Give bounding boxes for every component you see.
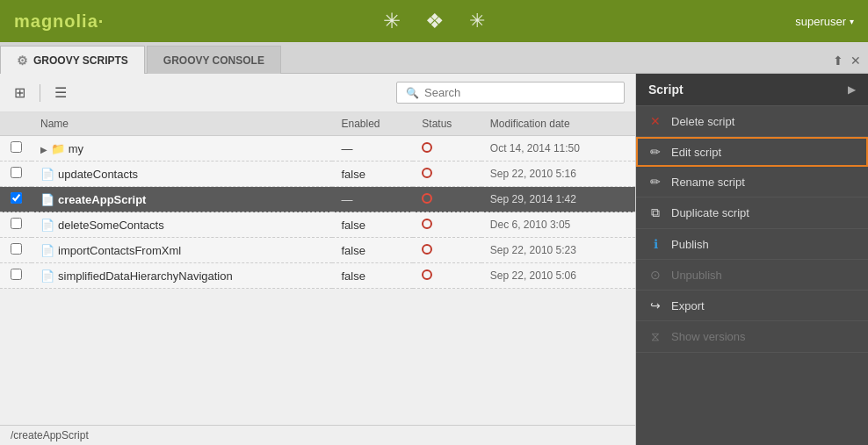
row-name: deleteSomeContacts <box>58 219 164 232</box>
row-name: createAppScript <box>58 193 146 206</box>
duplicate-label: Duplicate script <box>671 206 749 219</box>
table-row[interactable]: 📄updateContactsfalseSep 22, 2010 5:16 <box>0 161 635 187</box>
row-moddate-cell: Sep 22, 2010 5:16 <box>481 161 635 187</box>
row-status-cell <box>413 136 481 161</box>
table-row[interactable]: 📄deleteSomeContactsfalseDec 6, 2010 3:05 <box>0 212 635 238</box>
col-name[interactable]: Name <box>32 112 332 136</box>
row-name-cell: 📄deleteSomeContacts <box>32 212 332 238</box>
table-row[interactable]: 📄importContactsFromXmlfalseSep 22, 2010 … <box>0 238 635 263</box>
search-icon: 🔍 <box>406 87 419 99</box>
row-checkbox[interactable] <box>11 141 22 153</box>
toolbar: ⊞ ☰ 🔍 <box>0 74 635 112</box>
col-enabled[interactable]: Enabled <box>332 112 413 136</box>
row-checkbox-cell[interactable] <box>0 238 32 263</box>
row-checkbox-cell[interactable] <box>0 263 32 289</box>
export-icon: ↪ <box>648 298 662 312</box>
show-versions-label: Show versions <box>671 330 746 343</box>
row-checkbox-cell[interactable] <box>0 161 32 187</box>
diamond-icon[interactable]: ❖ <box>425 9 445 33</box>
tab-groovy-scripts[interactable]: ⚙ GROOVY SCRIPTS <box>0 46 145 74</box>
menu-item-edit[interactable]: ✏Edit script <box>636 137 868 167</box>
tab-bar: ⚙ GROOVY SCRIPTS GROOVY CONSOLE ⬆ ✕ <box>0 42 868 74</box>
top-icons: ✳ ❖ ✳ <box>383 9 485 33</box>
table-row[interactable]: 📄createAppScript—Sep 29, 2014 1:42 <box>0 187 635 212</box>
row-enabled-cell: false <box>332 238 413 263</box>
col-modification-date[interactable]: Modification date <box>481 112 635 136</box>
publish-icon: ℹ <box>648 237 662 251</box>
row-name-cell: ▶ 📁my <box>32 136 332 161</box>
row-name: my <box>69 142 83 155</box>
duplicate-icon: ⧉ <box>648 205 662 220</box>
row-moddate-cell: Sep 29, 2014 1:42 <box>481 187 635 212</box>
menu-item-delete[interactable]: ✕Delete script <box>636 106 868 137</box>
row-status-cell <box>413 161 481 187</box>
rename-icon: ✏ <box>648 175 662 189</box>
export-label: Export <box>671 299 705 312</box>
tab-controls: ⬆ ✕ <box>833 54 861 68</box>
tab-groovy-console[interactable]: GROOVY CONSOLE <box>147 46 281 74</box>
status-path: /createAppScript <box>11 429 89 441</box>
menu-item-unpublish: ⊙Unpublish <box>636 260 868 291</box>
edit-label: Edit script <box>671 146 721 159</box>
content-panel: ⊞ ☰ 🔍 Name Enabled Status Modification d… <box>0 74 636 445</box>
table-row[interactable]: ▶ 📁my—Oct 14, 2014 11:50 <box>0 136 635 161</box>
close-tab-icon[interactable]: ✕ <box>850 54 861 68</box>
row-type-icon: 📄 <box>40 219 54 232</box>
row-checkbox-cell[interactable] <box>0 136 32 161</box>
row-enabled-cell: — <box>332 187 413 212</box>
publish-label: Publish <box>671 238 709 251</box>
asterisk-icon[interactable]: ✳ <box>469 10 485 32</box>
toolbar-separator <box>40 84 40 102</box>
row-moddate-cell: Sep 22, 2010 5:23 <box>481 238 635 263</box>
tab-groovy-console-label: GROOVY CONSOLE <box>163 54 264 67</box>
col-status[interactable]: Status <box>413 112 481 136</box>
row-type-icon: 📄 <box>40 168 54 181</box>
row-status-cell <box>413 212 481 238</box>
row-checkbox-cell[interactable] <box>0 212 32 238</box>
table-container: Name Enabled Status Modification date ▶ … <box>0 112 635 425</box>
scripts-table: Name Enabled Status Modification date ▶ … <box>0 112 635 289</box>
unpublish-icon: ⊙ <box>648 268 662 282</box>
logo: magnolia· <box>14 11 104 32</box>
search-input[interactable] <box>424 86 615 99</box>
row-checkbox[interactable] <box>11 167 22 178</box>
col-checkbox <box>0 112 32 136</box>
search-box[interactable]: 🔍 <box>396 82 625 104</box>
row-checkbox[interactable] <box>11 269 22 280</box>
row-name-cell: 📄updateContacts <box>32 161 332 187</box>
delete-label: Delete script <box>671 115 734 128</box>
row-checkbox[interactable] <box>11 243 22 255</box>
user-menu[interactable]: superuser ▾ <box>795 15 854 28</box>
table-header-row: Name Enabled Status Modification date <box>0 112 635 136</box>
row-enabled-cell: false <box>332 263 413 289</box>
menu-icon[interactable]: ☰ <box>51 81 70 104</box>
row-checkbox[interactable] <box>11 192 22 204</box>
menu-item-duplicate[interactable]: ⧉Duplicate script <box>636 197 868 229</box>
row-checkbox-cell[interactable] <box>0 187 32 212</box>
expand-arrow[interactable]: ▶ <box>40 145 47 154</box>
main-layout: ⊞ ☰ 🔍 Name Enabled Status Modification d… <box>0 74 868 445</box>
context-menu: ✕Delete script✏Edit script✏Rename script… <box>636 106 868 353</box>
show-versions-icon: ⧖ <box>648 329 662 344</box>
top-bar: magnolia· ✳ ❖ ✳ superuser ▾ <box>0 0 868 42</box>
row-moddate-cell: Sep 22, 2010 5:06 <box>481 263 635 289</box>
row-enabled-cell: false <box>332 161 413 187</box>
row-name-cell: 📄simplifiedDataHierarchyNavigation <box>32 263 332 289</box>
row-type-icon: 📄 <box>40 269 54 283</box>
tree-view-icon[interactable]: ⊞ <box>11 81 29 104</box>
row-name: importContactsFromXml <box>58 244 181 257</box>
row-enabled-cell: false <box>332 212 413 238</box>
row-name-cell: 📄createAppScript <box>32 187 332 212</box>
row-name: simplifiedDataHierarchyNavigation <box>58 269 233 283</box>
collapse-icon[interactable]: ⬆ <box>833 54 843 68</box>
menu-item-publish[interactable]: ℹPublish <box>636 229 868 260</box>
row-status-cell <box>413 187 481 212</box>
right-panel-expand-icon[interactable]: ▶ <box>848 83 856 96</box>
row-moddate-cell: Oct 14, 2014 11:50 <box>481 136 635 161</box>
row-checkbox[interactable] <box>11 218 22 229</box>
tab-groovy-scripts-label: GROOVY SCRIPTS <box>33 54 128 67</box>
menu-item-export[interactable]: ↪Export <box>636 291 868 321</box>
apps-icon[interactable]: ✳ <box>383 9 401 33</box>
table-row[interactable]: 📄simplifiedDataHierarchyNavigationfalseS… <box>0 263 635 289</box>
menu-item-rename[interactable]: ✏Rename script <box>636 167 868 197</box>
